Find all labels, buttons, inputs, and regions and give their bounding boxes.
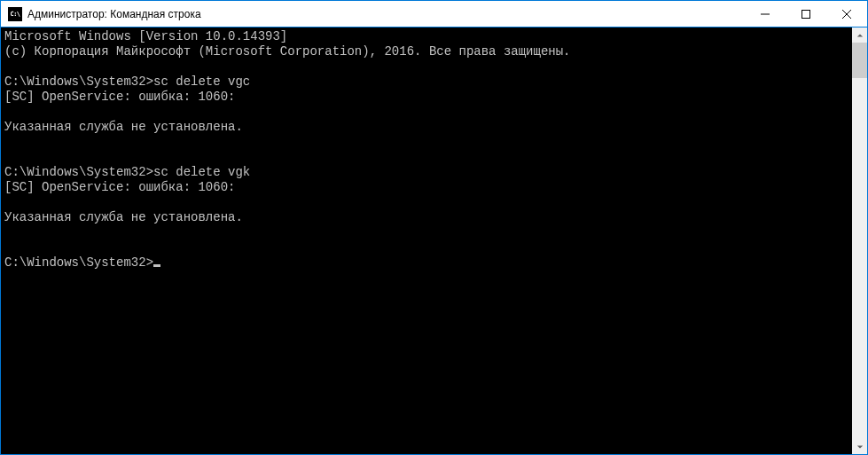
minimize-icon xyxy=(761,10,770,19)
svg-rect-0 xyxy=(802,10,810,18)
minimize-button[interactable] xyxy=(745,1,786,27)
client-area: Microsoft Windows [Version 10.0.14393] (… xyxy=(1,27,867,454)
scroll-track[interactable] xyxy=(852,43,867,439)
command-prompt-window: C:\ Администратор: Командная строка Micr… xyxy=(0,0,868,455)
text-cursor xyxy=(153,264,160,267)
close-button[interactable] xyxy=(826,1,867,27)
chevron-down-icon xyxy=(856,443,864,451)
chevron-up-icon xyxy=(856,32,864,39)
vertical-scrollbar[interactable] xyxy=(852,27,867,454)
window-controls xyxy=(745,1,867,27)
maximize-icon xyxy=(802,10,810,19)
maximize-button[interactable] xyxy=(786,1,826,27)
scroll-up-button[interactable] xyxy=(852,27,867,43)
titlebar[interactable]: C:\ Администратор: Командная строка xyxy=(1,1,867,27)
app-icon: C:\ xyxy=(8,7,22,21)
console-output[interactable]: Microsoft Windows [Version 10.0.14393] (… xyxy=(1,27,852,454)
window-title: Администратор: Командная строка xyxy=(27,8,745,20)
scroll-down-button[interactable] xyxy=(852,439,867,454)
close-icon xyxy=(842,10,851,19)
scroll-thumb[interactable] xyxy=(852,43,867,78)
